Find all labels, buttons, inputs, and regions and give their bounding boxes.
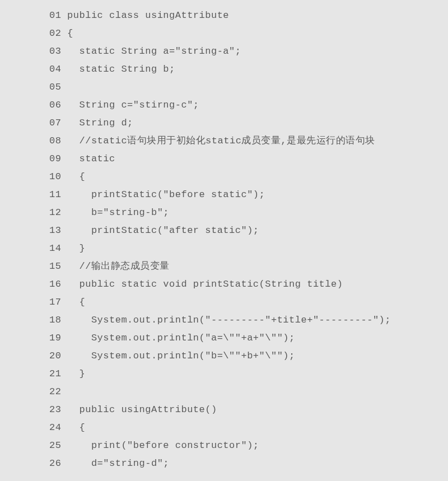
line-number: 04	[49, 64, 61, 74]
code-line: 20 System.out.println("b=\""+b+"\"");	[49, 347, 448, 365]
line-content: d="string-d";	[61, 458, 169, 469]
code-line: 26 d="string-d";	[49, 455, 448, 473]
code-line: 02 {	[49, 25, 448, 43]
code-line: 13 printStatic("after static");	[49, 222, 448, 240]
line-number: 05	[49, 82, 61, 92]
line-content: {	[61, 28, 73, 39]
line-number: 24	[49, 422, 61, 433]
line-content: b="string-b";	[61, 207, 169, 218]
code-line: 22	[49, 383, 448, 401]
line-content: System.out.println("b=\""+b+"\"");	[61, 351, 295, 361]
line-content: }	[61, 368, 85, 379]
code-line: 18 System.out.println("---------"+title+…	[49, 311, 448, 329]
code-line: 17 {	[49, 293, 448, 311]
line-content: static String a="string-a";	[61, 46, 241, 57]
code-line: 06 String c="stirng-c";	[49, 96, 448, 114]
code-line: 05	[49, 78, 448, 96]
line-number: 18	[49, 315, 61, 325]
line-content: print("before constructor");	[61, 440, 259, 451]
line-number: 20	[49, 351, 61, 361]
line-content: //static语句块用于初始化static成员变量,是最先运行的语句块	[61, 136, 375, 146]
line-number: 09	[49, 153, 61, 164]
code-line: 14 }	[49, 240, 448, 258]
line-content: {	[61, 422, 85, 433]
code-line: 03 static String a="string-a";	[49, 43, 448, 60]
line-number: 11	[49, 189, 61, 200]
line-number: 01	[49, 10, 61, 21]
line-content: }	[61, 243, 85, 254]
line-number: 07	[49, 118, 61, 128]
code-line: 24 {	[49, 419, 448, 437]
line-content: static	[61, 153, 115, 164]
line-number: 16	[49, 279, 61, 289]
line-number: 03	[49, 46, 61, 57]
line-number: 17	[49, 297, 61, 307]
line-content: System.out.println("a=\""+a+"\"");	[61, 333, 295, 343]
line-number: 10	[49, 171, 61, 182]
line-number: 22	[49, 386, 61, 397]
line-number: 12	[49, 207, 61, 218]
line-content: //输出静态成员变量	[61, 261, 170, 272]
line-content: static String b;	[61, 64, 175, 74]
code-line: 16 public static void printStatic(String…	[49, 275, 448, 293]
line-content: System.out.println("---------"+title+"--…	[61, 315, 391, 325]
line-number: 21	[49, 368, 61, 379]
line-number: 06	[49, 100, 61, 110]
code-line: 19 System.out.println("a=\""+a+"\"");	[49, 329, 448, 347]
code-line: 08 //static语句块用于初始化static成员变量,是最先运行的语句块	[49, 132, 448, 150]
line-number: 19	[49, 333, 61, 343]
line-content: public usingAttribute()	[61, 404, 217, 415]
code-line: 25 print("before constructor");	[49, 437, 448, 455]
code-line: 21 }	[49, 365, 448, 383]
code-line: 07 String d;	[49, 114, 448, 132]
code-listing: 01 public class usingAttribute02 {03 sta…	[49, 7, 448, 473]
code-line: 09 static	[49, 150, 448, 168]
line-content: public static void printStatic(String ti…	[61, 279, 343, 289]
line-number: 02	[49, 28, 61, 39]
code-line: 23 public usingAttribute()	[49, 401, 448, 419]
code-line: 01 public class usingAttribute	[49, 7, 448, 25]
line-content: public class usingAttribute	[61, 10, 229, 21]
code-line: 11 printStatic("before static");	[49, 186, 448, 204]
line-content: String c="stirng-c";	[61, 100, 199, 110]
line-number: 15	[49, 261, 61, 272]
line-content: printStatic("after static");	[61, 225, 259, 236]
line-content: printStatic("before static");	[61, 189, 265, 200]
line-number: 25	[49, 440, 61, 451]
line-content: {	[61, 171, 85, 182]
line-content: String d;	[61, 118, 133, 128]
line-content: {	[61, 297, 85, 307]
line-number: 14	[49, 243, 61, 254]
code-line: 15 //输出静态成员变量	[49, 258, 448, 275]
line-number: 13	[49, 225, 61, 236]
code-line: 10 {	[49, 168, 448, 186]
code-line: 04 static String b;	[49, 60, 448, 78]
line-number: 23	[49, 404, 61, 415]
line-number: 08	[49, 136, 61, 146]
code-line: 12 b="string-b";	[49, 204, 448, 222]
line-number: 26	[49, 458, 61, 469]
